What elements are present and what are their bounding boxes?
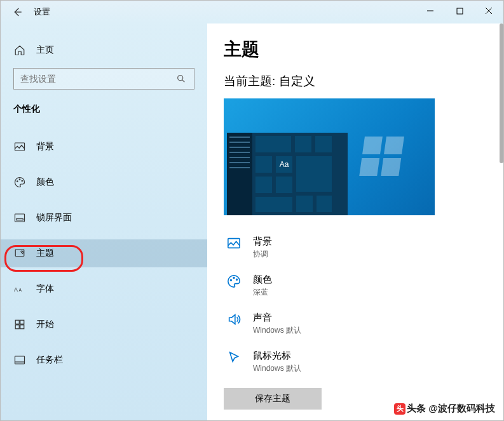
lockscreen-icon: [13, 211, 26, 224]
page-title: 主题: [224, 37, 487, 62]
home-icon: [13, 44, 26, 57]
setting-label: 声音: [253, 312, 301, 324]
maximize-button[interactable]: [445, 1, 474, 21]
watermark-text: 头条 @波仔数码科技: [407, 403, 495, 415]
svg-rect-14: [20, 325, 24, 329]
sidebar-item-label: 颜色: [36, 177, 54, 188]
taskbar-icon: [13, 354, 26, 366]
setting-value: 协调: [253, 249, 272, 260]
sidebar-item-label: 任务栏: [36, 354, 63, 366]
svg-point-19: [236, 279, 238, 280]
save-theme-button[interactable]: 保存主题: [224, 388, 322, 410]
preview-aa-text: Aa: [280, 160, 289, 169]
svg-point-17: [231, 279, 232, 281]
svg-rect-0: [457, 8, 463, 14]
search-icon: [175, 72, 187, 85]
minimize-icon: [426, 7, 434, 15]
sidebar: 主页 个性化 背景: [1, 23, 207, 420]
theme-icon: [13, 247, 26, 260]
svg-point-18: [233, 277, 235, 279]
back-button[interactable]: [8, 3, 26, 21]
cursor-icon: [226, 350, 242, 365]
sidebar-item-taskbar[interactable]: 任务栏: [1, 346, 207, 374]
svg-point-1: [178, 76, 183, 81]
setting-cursor[interactable]: 鼠标光标 Windows 默认: [224, 345, 487, 383]
home-link[interactable]: 主页: [1, 39, 207, 62]
sidebar-item-themes[interactable]: 主题: [1, 239, 207, 267]
content-area: 主题 当前主题: 自定义 Aa: [207, 23, 503, 420]
window-title: 设置: [34, 6, 50, 18]
minimize-button[interactable]: [416, 1, 445, 21]
setting-label: 颜色: [253, 274, 272, 286]
back-arrow-icon: [11, 6, 23, 18]
sidebar-item-fonts[interactable]: AA 字体: [1, 275, 207, 303]
svg-rect-11: [15, 320, 19, 324]
svg-point-4: [19, 179, 20, 180]
category-title: 个性化: [1, 104, 207, 115]
windows-logo-icon: [364, 137, 404, 177]
font-icon: AA: [13, 283, 26, 295]
svg-point-3: [17, 181, 18, 182]
svg-rect-8: [15, 250, 24, 257]
setting-sound[interactable]: 声音 Windows 默认: [224, 307, 487, 345]
current-theme-subtitle: 当前主题: 自定义: [224, 73, 487, 90]
sidebar-item-label: 锁屏界面: [36, 212, 72, 224]
sidebar-item-lockscreen[interactable]: 锁屏界面: [1, 204, 207, 232]
watermark: 头 头条 @波仔数码科技: [394, 403, 495, 415]
close-button[interactable]: [474, 1, 503, 21]
sidebar-item-start[interactable]: 开始: [1, 311, 207, 338]
close-icon: [485, 7, 493, 15]
watermark-logo-icon: 头: [394, 403, 405, 415]
setting-value: Windows 默认: [253, 325, 301, 336]
svg-rect-7: [17, 219, 24, 220]
svg-rect-15: [15, 356, 25, 364]
search-input[interactable]: [13, 68, 194, 90]
setting-value: 深蓝: [253, 287, 272, 298]
setting-label: 背景: [253, 236, 272, 248]
svg-rect-13: [15, 325, 19, 329]
svg-point-5: [22, 180, 23, 182]
sidebar-item-colors[interactable]: 颜色: [1, 168, 207, 196]
start-icon: [13, 318, 26, 331]
sidebar-item-label: 字体: [36, 283, 54, 295]
sidebar-item-label: 开始: [36, 319, 54, 330]
preview-start-menu: Aa: [227, 133, 348, 215]
sidebar-item-label: 主题: [36, 248, 54, 259]
theme-preview[interactable]: Aa: [224, 98, 435, 215]
setting-background[interactable]: 背景 协调: [224, 231, 487, 269]
palette-icon: [13, 176, 26, 189]
titlebar: 设置: [1, 1, 503, 23]
palette-icon: [226, 274, 242, 289]
setting-color[interactable]: 颜色 深蓝: [224, 269, 487, 307]
svg-text:A: A: [19, 288, 22, 292]
setting-value: Windows 默认: [253, 363, 301, 374]
svg-rect-12: [20, 320, 24, 324]
home-label: 主页: [36, 44, 54, 56]
picture-icon: [226, 236, 242, 251]
sidebar-item-label: 背景: [36, 141, 54, 152]
maximize-icon: [456, 8, 463, 15]
setting-label: 鼠标光标: [253, 350, 301, 362]
settings-window: 设置 主页: [0, 0, 504, 421]
picture-icon: [13, 140, 26, 153]
sidebar-item-background[interactable]: 背景: [1, 133, 207, 161]
scrollbar[interactable]: [500, 23, 503, 163]
svg-text:A: A: [14, 286, 18, 293]
search-field[interactable]: [20, 74, 175, 84]
sound-icon: [226, 312, 242, 327]
